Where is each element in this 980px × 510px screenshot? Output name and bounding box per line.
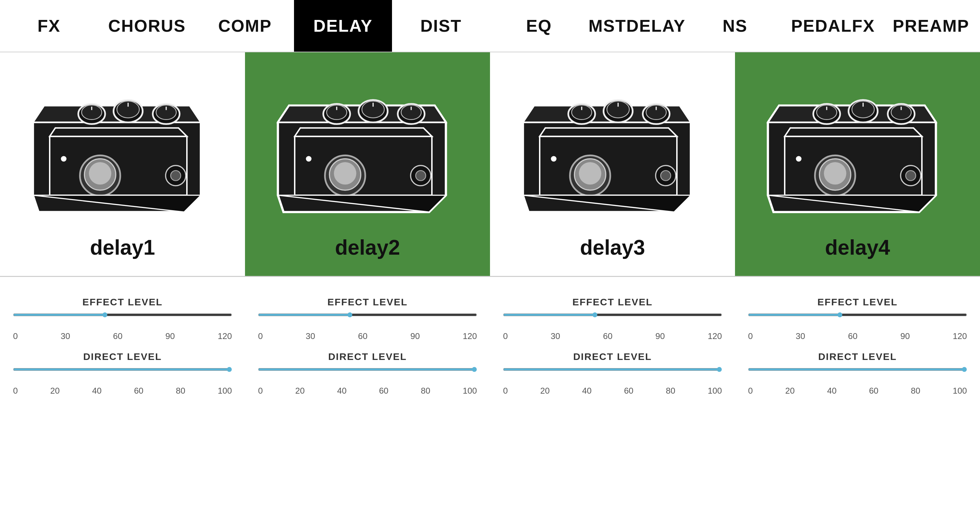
tick-label: 60 <box>848 331 858 341</box>
effect-slider-wrap-2 <box>503 312 722 319</box>
tick-label: 60 <box>358 331 368 341</box>
tick-label: 0 <box>748 386 752 396</box>
tick-label: 60 <box>869 386 878 396</box>
tick-label: 60 <box>113 331 123 341</box>
direct-level-slider-3[interactable] <box>748 367 967 372</box>
tick-label: 100 <box>463 386 477 396</box>
svg-point-18 <box>170 171 181 181</box>
nav-item-delay[interactable]: DELAY <box>294 0 392 52</box>
nav-item-dist[interactable]: DIST <box>392 0 490 52</box>
effect-level-slider-0[interactable] <box>13 312 232 317</box>
nav-item-fx[interactable]: FX <box>0 0 98 52</box>
direct-level-label-3: DIRECT LEVEL <box>818 351 897 362</box>
effect-level-slider-3[interactable] <box>748 312 967 317</box>
tick-label: 30 <box>61 331 70 341</box>
pedal-cell-delay1[interactable]: delay1 <box>0 52 245 276</box>
pedal-label-delay1: delay1 <box>90 235 155 260</box>
svg-point-78 <box>905 171 916 181</box>
tick-label: 30 <box>306 331 315 341</box>
tick-label: 90 <box>655 331 665 341</box>
svg-point-73 <box>796 156 801 161</box>
direct-slider-wrap-0 <box>13 367 232 373</box>
slider-group-0: EFFECT LEVEL0306090120DIRECT LEVEL020406… <box>0 290 245 402</box>
tick-label: 30 <box>796 331 805 341</box>
nav-item-mstdelay[interactable]: MSTDELAY <box>588 0 686 52</box>
pedal-label-delay3: delay3 <box>580 235 645 260</box>
tick-label: 20 <box>295 386 305 396</box>
tick-label: 120 <box>708 331 722 341</box>
direct-slider-wrap-3 <box>748 367 967 373</box>
pedal-label-delay4: delay4 <box>825 235 890 260</box>
tick-label: 80 <box>421 386 430 396</box>
direct-level-label-1: DIRECT LEVEL <box>328 351 407 362</box>
svg-point-38 <box>415 171 426 181</box>
pedal-cell-delay2[interactable]: delay2 <box>245 52 490 276</box>
nav-item-pedalfx[interactable]: PEDALFX <box>784 0 882 52</box>
pedal-grid: delay1 <box>0 52 980 277</box>
effect-slider-wrap-3 <box>748 312 967 319</box>
tick-label: 20 <box>540 386 550 396</box>
tick-label: 20 <box>785 386 795 396</box>
slider-group-1: EFFECT LEVEL0306090120DIRECT LEVEL020406… <box>245 290 490 402</box>
nav-item-ns[interactable]: NS <box>686 0 784 52</box>
tick-label: 80 <box>176 386 185 396</box>
tick-label: 90 <box>410 331 420 341</box>
tick-label: 100 <box>218 386 232 396</box>
tick-label: 80 <box>911 386 920 396</box>
svg-point-13 <box>61 156 66 161</box>
tick-label: 0 <box>503 331 508 341</box>
nav-item-chorus[interactable]: CHORUS <box>98 0 196 52</box>
direct-level-label-2: DIRECT LEVEL <box>573 351 652 362</box>
tick-label: 80 <box>666 386 675 396</box>
tick-label: 120 <box>463 331 477 341</box>
tick-label: 0 <box>748 331 752 341</box>
sliders-grid: EFFECT LEVEL0306090120DIRECT LEVEL020406… <box>0 277 980 422</box>
tick-label: 40 <box>827 386 837 396</box>
pedal-image-delay3 <box>514 72 711 229</box>
direct-slider-wrap-1 <box>258 367 477 373</box>
pedal-image-delay4 <box>759 72 956 229</box>
nav-item-comp[interactable]: COMP <box>196 0 294 52</box>
pedal-image-delay1 <box>24 72 221 229</box>
direct-level-slider-2[interactable] <box>503 367 722 372</box>
pedal-cell-delay4[interactable]: delay4 <box>735 52 980 276</box>
svg-point-58 <box>660 171 671 181</box>
tick-label: 20 <box>50 386 60 396</box>
direct-level-slider-0[interactable] <box>13 367 232 372</box>
nav-item-preamp[interactable]: PREAMP <box>882 0 980 52</box>
tick-label: 60 <box>134 386 143 396</box>
svg-point-36 <box>334 162 356 185</box>
nav-bar: FXCHORUSCOMPDELAYDISTEQMSTDELAYNSPEDALFX… <box>0 0 980 52</box>
tick-label: 40 <box>92 386 102 396</box>
pedal-cell-delay3[interactable]: delay3 <box>490 52 735 276</box>
effect-level-label-2: EFFECT LEVEL <box>572 296 653 308</box>
slider-group-3: EFFECT LEVEL0306090120DIRECT LEVEL020406… <box>735 290 980 402</box>
tick-label: 60 <box>624 386 633 396</box>
effect-level-label-0: EFFECT LEVEL <box>82 296 163 308</box>
svg-point-56 <box>579 162 601 185</box>
svg-point-33 <box>306 156 311 161</box>
direct-level-slider-1[interactable] <box>258 367 477 372</box>
pedal-image-delay2 <box>269 72 466 229</box>
tick-label: 90 <box>165 331 175 341</box>
effect-slider-wrap-1 <box>258 312 477 319</box>
pedal-label-delay2: delay2 <box>335 235 400 260</box>
tick-label: 0 <box>503 386 508 396</box>
tick-label: 100 <box>953 386 967 396</box>
effect-level-label-3: EFFECT LEVEL <box>817 296 898 308</box>
nav-item-eq[interactable]: EQ <box>490 0 588 52</box>
tick-label: 60 <box>603 331 612 341</box>
slider-group-2: EFFECT LEVEL0306090120DIRECT LEVEL020406… <box>490 290 735 402</box>
tick-label: 40 <box>337 386 347 396</box>
effect-level-slider-2[interactable] <box>503 312 722 317</box>
svg-point-53 <box>551 156 556 161</box>
tick-label: 0 <box>13 386 18 396</box>
effect-level-slider-1[interactable] <box>258 312 477 317</box>
tick-label: 100 <box>708 386 722 396</box>
svg-point-16 <box>89 162 111 185</box>
tick-label: 120 <box>953 331 967 341</box>
tick-label: 0 <box>258 386 262 396</box>
tick-label: 120 <box>218 331 232 341</box>
tick-label: 90 <box>900 331 910 341</box>
tick-label: 0 <box>13 331 18 341</box>
